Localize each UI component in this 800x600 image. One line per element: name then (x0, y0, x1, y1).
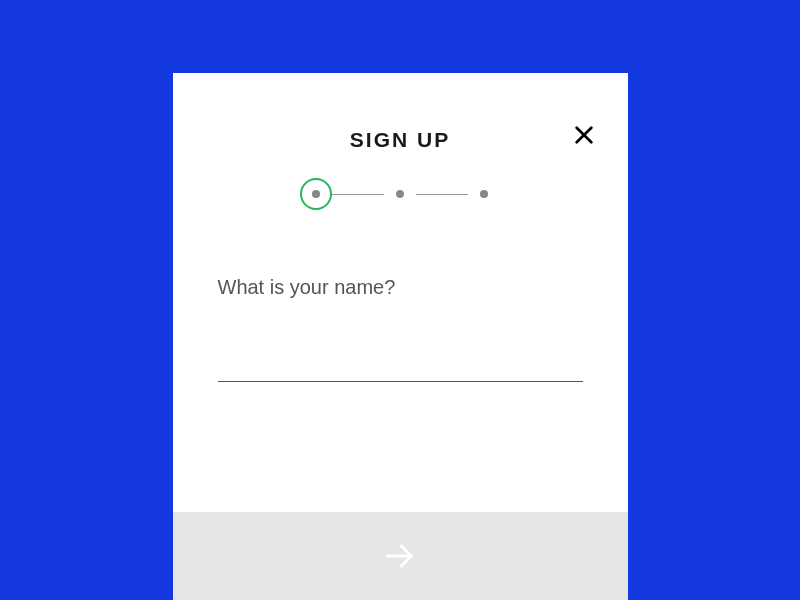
step-connector (332, 194, 384, 195)
step-1-active (312, 190, 320, 198)
step-connector (416, 194, 468, 195)
step-2 (396, 190, 404, 198)
form-content: What is your name? (173, 198, 628, 512)
name-input[interactable] (218, 344, 583, 382)
arrow-right-icon (383, 539, 417, 573)
page-title: SIGN UP (173, 128, 628, 152)
next-button[interactable] (173, 512, 628, 600)
question-label: What is your name? (218, 276, 583, 299)
progress-stepper (173, 190, 628, 198)
card-header: SIGN UP (173, 73, 628, 152)
close-icon (573, 124, 595, 146)
step-3 (480, 190, 488, 198)
signup-card: SIGN UP What is your name? (173, 73, 628, 600)
close-button[interactable] (570, 121, 598, 149)
